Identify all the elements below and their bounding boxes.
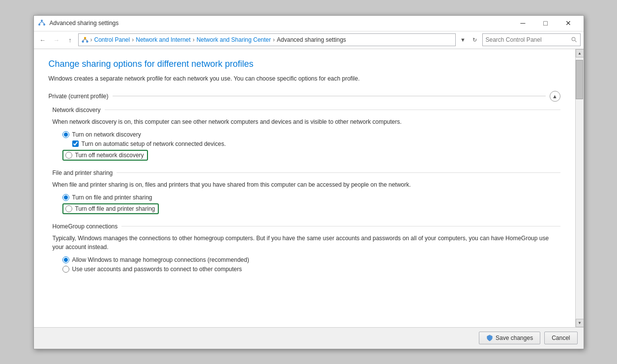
search-input[interactable] xyxy=(486,36,569,43)
network-discovery-options: Turn on network discovery Turn on automa… xyxy=(53,131,560,161)
network-discovery-off-label[interactable]: Turn off network discovery xyxy=(75,152,144,159)
address-actions: ▼ ↻ xyxy=(458,34,480,46)
file-printer-off-highlighted: Turn off file and printer sharing xyxy=(62,203,159,214)
path-control-panel[interactable]: Control Panel xyxy=(94,36,130,43)
network-discovery-section: Network discovery When network discovery… xyxy=(49,107,560,161)
scroll-up-button[interactable]: ▲ xyxy=(576,49,584,57)
svg-point-0 xyxy=(41,20,43,22)
svg-line-3 xyxy=(39,22,42,24)
svg-point-1 xyxy=(38,24,40,26)
homegroup-options: Allow Windows to manage homegroup connec… xyxy=(53,256,560,273)
search-icon xyxy=(571,37,577,43)
page-title: Change sharing options for different net… xyxy=(49,59,560,69)
minimize-button[interactable]: ─ xyxy=(512,16,534,30)
path-advanced-sharing: Advanced sharing settings xyxy=(277,36,346,43)
refresh-button[interactable]: ↻ xyxy=(470,34,480,46)
path-sep-2: › xyxy=(132,36,134,43)
svg-point-5 xyxy=(84,37,86,39)
file-printer-on-label[interactable]: Turn on file and printer sharing xyxy=(72,194,152,201)
collapse-button[interactable]: ▲ xyxy=(550,91,560,102)
network-discovery-divider xyxy=(105,110,560,110)
window-icon xyxy=(38,19,46,27)
title-bar-left: Advanced sharing settings xyxy=(38,19,119,27)
auto-setup-item: Turn on automatic setup of network conne… xyxy=(72,140,560,147)
scrollbar: ▲ ▼ xyxy=(575,49,584,327)
homegroup-desc: Typically, Windows manages the connectio… xyxy=(53,234,560,252)
network-discovery-on-item: Turn on network discovery xyxy=(62,131,560,138)
auto-setup-label[interactable]: Turn on automatic setup of network conne… xyxy=(82,140,226,147)
homegroup-divider xyxy=(121,226,560,226)
save-changes-label: Save changes xyxy=(496,335,533,341)
search-box xyxy=(482,33,581,46)
file-printer-sharing-options: Turn on file and printer sharing Turn of… xyxy=(53,194,560,214)
network-discovery-off-highlighted: Turn off network discovery xyxy=(62,150,148,161)
file-printer-off-radio[interactable] xyxy=(65,205,72,212)
auto-setup-checkbox[interactable] xyxy=(72,140,79,147)
network-discovery-off-radio[interactable] xyxy=(65,152,72,159)
file-printer-sharing-title: File and printer sharing xyxy=(53,169,113,176)
homegroup-accounts-item: Use user accounts and passwords to conne… xyxy=(62,266,560,273)
file-printer-sharing-desc: When file and printer sharing is on, fil… xyxy=(53,180,560,189)
network-discovery-desc: When network discovery is on, this compu… xyxy=(53,117,560,126)
maximize-button[interactable]: □ xyxy=(534,16,557,30)
dropdown-button[interactable]: ▼ xyxy=(458,34,469,46)
svg-point-6 xyxy=(82,40,84,42)
scroll-down-button[interactable]: ▼ xyxy=(576,319,584,327)
svg-point-7 xyxy=(86,40,88,42)
path-sep-4: › xyxy=(273,36,275,43)
main-window: Advanced sharing settings ─ □ ✕ ← → ↑ › … xyxy=(33,15,584,349)
main-content: Change sharing options for different net… xyxy=(34,49,575,327)
address-path: › Control Panel › Network and Internet ›… xyxy=(78,33,456,46)
network-discovery-header: Network discovery xyxy=(53,107,560,113)
page-description: Windows creates a separate network profi… xyxy=(49,74,560,83)
homegroup-header: HomeGroup connections xyxy=(53,223,560,230)
homegroup-accounts-label[interactable]: Use user accounts and passwords to conne… xyxy=(72,266,242,273)
save-changes-button[interactable]: Save changes xyxy=(479,332,540,344)
file-printer-sharing-divider xyxy=(117,172,560,173)
svg-line-4 xyxy=(42,22,44,24)
file-printer-off-label[interactable]: Turn off file and printer sharing xyxy=(75,205,155,212)
network-discovery-off-item: Turn off network discovery xyxy=(62,150,560,161)
homegroup-accounts-radio[interactable] xyxy=(62,266,69,273)
private-section-title: Private (current profile) xyxy=(49,93,109,100)
homegroup-windows-label[interactable]: Allow Windows to manage homegroup connec… xyxy=(72,256,249,263)
up-button[interactable]: ↑ xyxy=(64,34,76,46)
homegroup-section: HomeGroup connections Typically, Windows… xyxy=(49,223,560,273)
svg-line-9 xyxy=(85,39,87,41)
network-icon xyxy=(82,36,88,43)
content-area: Change sharing options for different net… xyxy=(34,49,584,327)
file-printer-sharing-section: File and printer sharing When file and p… xyxy=(49,169,560,214)
svg-line-11 xyxy=(575,41,576,42)
file-printer-on-radio[interactable] xyxy=(62,194,69,201)
network-discovery-title: Network discovery xyxy=(53,107,101,113)
path-sep-1: › xyxy=(90,36,92,43)
path-sharing-center[interactable]: Network and Sharing Center xyxy=(197,36,271,43)
back-button[interactable]: ← xyxy=(37,34,49,46)
network-discovery-on-label[interactable]: Turn on network discovery xyxy=(72,131,141,138)
homegroup-title: HomeGroup connections xyxy=(53,223,118,230)
scroll-thumb[interactable] xyxy=(576,60,583,99)
title-bar-controls: ─ □ ✕ xyxy=(512,16,580,30)
network-discovery-on-radio[interactable] xyxy=(62,131,69,138)
homegroup-windows-item: Allow Windows to manage homegroup connec… xyxy=(62,256,560,263)
file-printer-off-item: Turn off file and printer sharing xyxy=(62,203,560,214)
window-title: Advanced sharing settings xyxy=(50,20,119,27)
file-printer-sharing-header: File and printer sharing xyxy=(53,169,560,176)
file-printer-on-item: Turn on file and printer sharing xyxy=(62,194,560,201)
svg-line-8 xyxy=(83,39,85,41)
svg-point-2 xyxy=(43,24,45,26)
svg-point-10 xyxy=(572,37,575,41)
private-section-header: Private (current profile) ▲ xyxy=(49,91,560,102)
path-sep-3: › xyxy=(193,36,195,43)
cancel-button[interactable]: Cancel xyxy=(544,332,577,344)
section-divider xyxy=(113,96,546,96)
homegroup-windows-radio[interactable] xyxy=(62,256,69,263)
footer-bar: Save changes Cancel xyxy=(34,327,584,349)
scroll-track xyxy=(576,57,584,319)
path-network-internet[interactable]: Network and Internet xyxy=(136,36,190,43)
close-button[interactable]: ✕ xyxy=(557,16,580,30)
address-bar: ← → ↑ › Control Panel › Network and Inte… xyxy=(34,31,584,49)
title-bar: Advanced sharing settings ─ □ ✕ xyxy=(34,16,584,31)
shield-icon xyxy=(486,335,493,341)
forward-button[interactable]: → xyxy=(51,34,62,46)
